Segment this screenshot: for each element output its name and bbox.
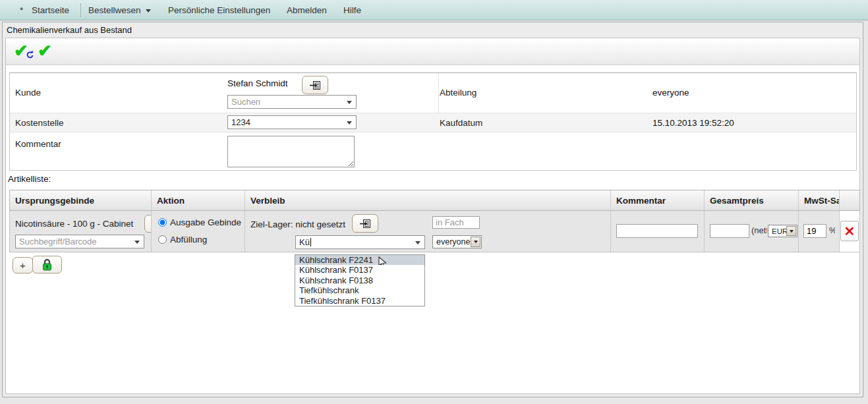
combo-arrow-icon xyxy=(347,121,352,125)
triangle-down-icon xyxy=(474,241,478,243)
kostenstelle-value: 1234 xyxy=(231,117,250,127)
kostenstelle-label: Kostenstelle xyxy=(15,118,64,128)
menu-separator xyxy=(80,3,81,17)
blue-refresh-arrow-icon xyxy=(26,51,34,59)
menu-item-bestellwesen-label: Bestellwesen xyxy=(88,5,141,15)
radio-abfuellung[interactable]: Abfüllung xyxy=(158,235,207,245)
lager-suggestion-dropdown: Kühlschrank F2241 Kühlschrank F0137 Kühl… xyxy=(295,254,425,306)
record-details-icon xyxy=(310,80,321,90)
combo-arrow-icon xyxy=(134,241,140,244)
form-row-kostenstelle: Kostenstelle 1234 Kaufdatum 15.10.2013 1… xyxy=(10,113,856,132)
mwst-unit: % xyxy=(829,225,835,235)
zugriff-value: everyone xyxy=(436,237,470,246)
toolbar: ✔ ✔ xyxy=(6,38,859,65)
menu-item-star[interactable]: * xyxy=(20,5,23,15)
ziel-lager-details-button[interactable] xyxy=(352,214,378,233)
netto-hint: (netto) xyxy=(751,225,767,235)
table-header-row: Ursprungsgebinde Aktion Verbleib Komment… xyxy=(9,190,860,211)
confirm-button[interactable]: ✔ xyxy=(38,42,59,61)
top-menubar: * Startseite Bestellwesen Persönliche Ei… xyxy=(0,0,868,20)
col-header-ursprungsgebinde: Ursprungsgebinde xyxy=(10,190,152,210)
mwst-input[interactable] xyxy=(803,224,826,238)
suggestion-item[interactable]: Tiefkühlschrank xyxy=(295,285,424,295)
menu-item-startseite[interactable]: Startseite xyxy=(32,5,69,15)
cell-kommentar xyxy=(611,211,705,252)
form-row-kunde: Kunde Stefan Schmidt xyxy=(10,73,856,113)
suggestion-item[interactable]: Kühlschrank F0138 xyxy=(295,275,424,285)
green-check-icon: ✔ xyxy=(38,41,52,61)
ziel-lager-status: Ziel-Lager: nicht gesetzt xyxy=(250,219,345,229)
menu-item-abmelden[interactable]: Abmelden xyxy=(287,5,327,15)
kaufdatum-value: 15.10.2013 19:52:20 xyxy=(652,118,734,128)
col-header-aktion: Aktion xyxy=(152,190,245,210)
suggestion-item[interactable]: Kühlschrank F0137 xyxy=(295,265,424,275)
kommentar-textarea[interactable] xyxy=(227,136,355,167)
col-header-verbleib: Verbleib xyxy=(245,190,611,210)
combo-arrow-icon xyxy=(347,101,352,104)
row-kommentar-input[interactable] xyxy=(616,224,698,238)
delete-row-button[interactable]: ✕ xyxy=(840,221,859,241)
suggestion-item[interactable]: Kühlschrank F2241 xyxy=(295,255,424,265)
fach-input[interactable] xyxy=(432,216,480,229)
kunde-search-combobox[interactable]: Suchen xyxy=(227,95,357,109)
triangle-down-icon xyxy=(790,230,794,233)
select-dropdown-button[interactable] xyxy=(786,226,796,236)
kunde-label: Kunde xyxy=(15,88,41,98)
radio-abfuellung-label: Abfüllung xyxy=(170,235,207,245)
cell-aktion: Ausgabe Gebinde Abfüllung xyxy=(152,211,245,252)
cell-ursprungsgebinde: Nicotinsäure - 100 g - Cabinet Suchbegri… xyxy=(10,211,152,252)
suggestion-label: Kühlschrank F2241 xyxy=(299,255,373,265)
application-window: * Startseite Bestellwesen Persönliche Ei… xyxy=(0,0,868,404)
radio-ausgabe-gebinde[interactable]: Ausgabe Gebinde xyxy=(158,217,241,227)
col-header-actions xyxy=(840,190,859,210)
kunde-search-placeholder: Suchen xyxy=(231,97,260,107)
currency-value: EUR xyxy=(772,227,788,235)
plus-icon: + xyxy=(20,260,26,271)
page-title: Chemikalienverkauf aus Bestand xyxy=(7,25,132,35)
artikel-search-combobox[interactable]: Suchbegriff/Barcode xyxy=(15,235,144,248)
red-x-icon: ✕ xyxy=(844,225,855,238)
order-header-form: Kunde Stefan Schmidt xyxy=(9,72,857,171)
menu-item-hilfe[interactable]: Hilfe xyxy=(343,5,361,15)
abteilung-value: everyone xyxy=(652,88,689,98)
zugriff-select[interactable]: everyone xyxy=(432,235,482,248)
artikelliste-section-label: Artikelliste: xyxy=(8,174,51,184)
record-details-icon xyxy=(360,219,371,229)
abteilung-label: Abteilung xyxy=(440,88,477,98)
chevron-down-icon xyxy=(146,9,151,13)
kaufdatum-label: Kaufdatum xyxy=(440,118,482,128)
menu-item-bestellwesen[interactable]: Bestellwesen xyxy=(88,5,151,15)
artikel-search-placeholder: Suchbegriff/Barcode xyxy=(19,237,97,246)
kostenstelle-combobox[interactable]: 1234 xyxy=(227,115,357,129)
form-row-kommentar: Kommentar xyxy=(10,132,856,171)
suggestion-item[interactable]: Tiefkühlschrank F0137 xyxy=(295,296,424,306)
col-header-gesamtpreis: Gesamtpreis xyxy=(705,190,799,210)
artikel-details-button-clipped[interactable] xyxy=(144,215,152,233)
col-header-mwst: MwSt-Satz xyxy=(799,190,840,210)
ziel-lager-combobox[interactable]: Kü xyxy=(295,235,425,249)
cell-verbleib: Ziel-Lager: nicht gesetzt xyxy=(245,211,611,252)
padlock-icon xyxy=(42,258,52,271)
artikel-table: Ursprungsgebinde Aktion Verbleib Komment… xyxy=(9,190,860,252)
kunde-details-button[interactable] xyxy=(302,76,328,94)
table-row: Nicotinsäure - 100 g - Cabinet Suchbegri… xyxy=(9,211,860,252)
ziel-lager-query: Kü xyxy=(299,237,310,247)
lock-button[interactable] xyxy=(32,256,62,274)
cell-actions: ✕ xyxy=(840,211,859,252)
artikel-name: Nicotinsäure - 100 g - Cabinet xyxy=(15,219,133,229)
text-caret xyxy=(310,238,311,246)
add-row-button[interactable]: + xyxy=(13,257,33,274)
preis-input[interactable] xyxy=(710,224,749,238)
radio-ausgabe-gebinde-input[interactable] xyxy=(158,218,167,227)
currency-select[interactable]: EUR xyxy=(768,225,797,237)
content-area: ✔ ✔ Kunde Stefan Schmidt xyxy=(5,38,860,394)
radio-abfuellung-input[interactable] xyxy=(158,235,167,244)
cell-gesamtpreis: (netto) EUR xyxy=(705,211,799,252)
select-dropdown-button[interactable] xyxy=(471,237,480,247)
cell-mwst: % xyxy=(799,211,840,252)
mouse-cursor-icon xyxy=(378,256,387,265)
save-and-continue-button[interactable]: ✔ xyxy=(14,42,35,61)
menu-item-persoenliche-einstellungen[interactable]: Persönliche Einstellungen xyxy=(168,5,270,15)
col-header-kommentar: Kommentar xyxy=(611,190,705,210)
kommentar-label: Kommentar xyxy=(15,139,61,149)
